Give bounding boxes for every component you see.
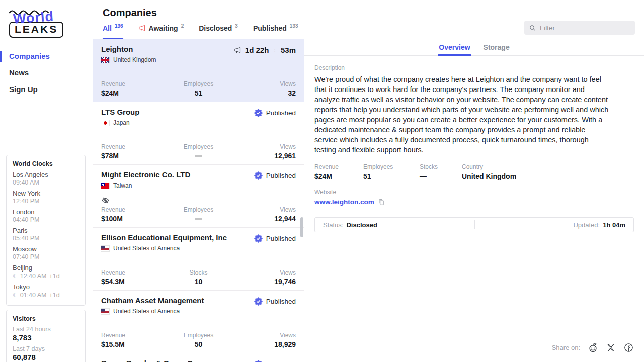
stat-label: Revenue [314,163,363,170]
website-link[interactable]: www.leighton.com [314,198,374,206]
share-label: Share on: [552,344,580,351]
facebook-share-icon[interactable] [623,342,634,353]
visitors-panel: Visitors Last 24 hours 8,783 Last 7 days… [6,310,86,362]
metric-value: $78M [101,152,166,160]
status-bar-divider [474,220,475,229]
clock-city: Moscow [13,245,79,253]
clock-city: Tokyo [13,283,79,291]
metric-label: Revenue [101,143,166,150]
sidebar-item-signup[interactable]: Sign Up [0,82,93,97]
metric-label: Revenue [101,206,166,213]
sidebar-nav: Companies News Sign Up [0,49,93,97]
visitors-stat-label: Last 7 days [13,345,79,352]
metric-value: 10 [166,278,231,286]
company-card-roose-ressler[interactable]: Roose Ressler & Green Co Published [93,353,304,362]
megaphone-icon [138,24,146,32]
tab-storage[interactable]: Storage [484,43,510,55]
tab-awaiting[interactable]: Awaiting 2 [138,24,184,39]
stat-label: Country [462,163,516,170]
app: World LEAKS Companies News Sign Up World… [0,0,644,362]
status-label: Published [266,172,296,179]
metric-label: Views [231,269,296,276]
published-badge-icon [254,109,263,117]
x-share-icon[interactable] [606,343,616,353]
megaphone-icon [234,46,242,54]
content: Leighton United Kingdom 1d 22h:53m Reven… [93,39,644,362]
metric-value: 18,929 [231,340,296,348]
company-card-lts-group[interactable]: LTS Group Japan Published Revenue$78M Em… [93,102,304,165]
brand-logo[interactable]: World LEAKS [9,10,54,38]
tab-count: 136 [115,23,123,29]
status-published: Published [254,297,296,306]
metric-label: Employees [166,80,231,87]
tab-label: Awaiting [149,24,178,32]
tab-label: All [103,24,112,32]
tab-published[interactable]: Published 133 [253,24,298,39]
sidebar-item-companies[interactable]: Companies [0,49,93,63]
company-country: Japan [113,119,130,126]
description-label: Description [314,64,634,71]
clock-city: London [13,208,79,216]
flag-icon [101,309,109,314]
company-country: United States of America [113,245,180,252]
metric-value: $24M [101,89,166,97]
filter-input[interactable] [540,24,630,32]
page-header: Companies All 136 Awaiting 2 Disclosed 3 [93,0,644,39]
sidebar-item-news[interactable]: News [0,65,93,80]
stat-label: Stocks [420,163,462,170]
list-scrollbar-thumb[interactable] [300,217,303,237]
metric-value: 32 [231,89,296,97]
published-badge-icon [254,297,263,306]
metric-label: Views [231,143,296,150]
company-country: United States of America [113,308,180,315]
clock-item: Moscow 07:40 PM [13,245,79,260]
company-country: United Kingdom [113,56,156,63]
sidebar-item-label: Sign Up [9,85,38,94]
clock-city: Los Angeles [13,171,79,178]
clock-time: 01:40 AM [20,292,47,299]
sidebar-item-label: News [9,68,29,77]
metric-value: 19,746 [231,278,296,286]
sidebar: World LEAKS Companies News Sign Up World… [0,0,93,362]
company-card-ellison[interactable]: Ellison Educational Equipment, Inc Unite… [93,228,304,291]
search-icon [529,24,536,32]
clock-city: New York [13,190,79,197]
metric-value: $100M [101,215,166,223]
metric-value: 50 [166,340,231,348]
visitors-stat-value: 60,878 [13,353,79,361]
company-card-leighton[interactable]: Leighton United Kingdom 1d 22h:53m Reven… [93,39,304,102]
metric-value: $15.5M [101,340,166,348]
metric-label: Employees [166,206,231,213]
published-badge-icon [254,171,263,180]
clock-item: Tokyo 01:40 AM+1d [13,283,79,299]
countdown-timer: 1d 22h:53m [234,46,296,54]
brand-word-top: World [13,9,54,27]
website-label: Website [314,189,634,196]
metric-label: Stocks [166,269,231,276]
tab-count: 3 [235,23,238,29]
copy-icon[interactable] [378,199,385,206]
tab-label: Published [253,24,287,32]
clock-time: 07:40 PM [13,253,79,260]
clock-item: Los Angeles 09:40 AM [13,171,79,186]
reddit-share-icon[interactable] [588,342,598,353]
clock-next-day: +1d [49,273,60,280]
tab-all[interactable]: All 136 [103,24,123,39]
published-badge-icon [254,360,263,362]
metric-value: 12,944 [231,215,296,223]
clock-item: New York 12:40 PM [13,190,79,205]
clock-city: Beijing [13,264,79,272]
filter-search-box[interactable] [524,21,635,35]
updated-label: Updated: [573,221,600,229]
tab-overview[interactable]: Overview [439,43,470,55]
tab-label: Storage [484,43,510,51]
company-card-chatham[interactable]: Chatham Asset Management United States o… [93,291,304,353]
tab-disclosed[interactable]: Disclosed 3 [199,24,238,39]
clock-item: London 04:40 PM [13,208,79,223]
world-clocks-panel: World Clocks Los Angeles 09:40 AM New Yo… [6,155,86,306]
status-published: Published [254,109,296,117]
visitors-stat-label: Last 24 hours [13,326,79,333]
status-published: Published [254,171,296,180]
company-card-might-electronic[interactable]: Might Electronic Co. LTD Taiwan Publishe… [93,165,304,228]
clock-time: 12:40 AM [20,273,47,280]
